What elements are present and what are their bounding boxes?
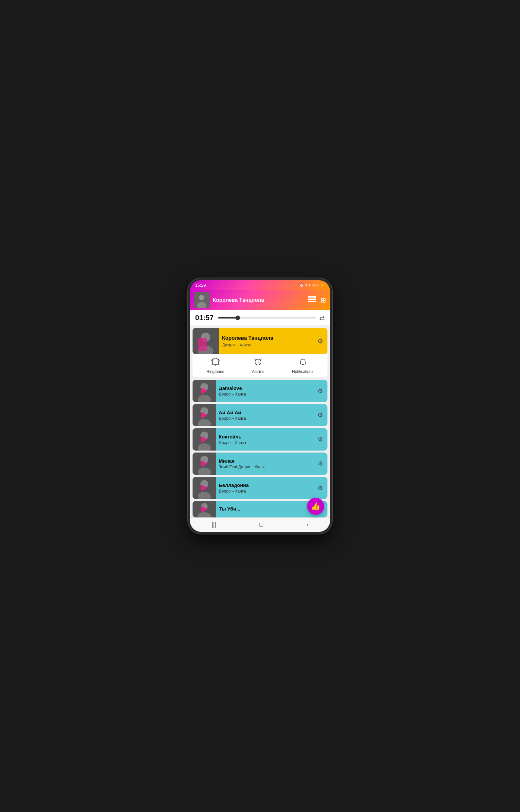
wifi-icon: ▾ <box>305 283 307 287</box>
song-settings-button[interactable]: ⚙ <box>313 380 328 402</box>
player-progress-thumb <box>235 316 240 320</box>
notifications-button[interactable]: Notifications <box>292 358 313 374</box>
list-item[interactable]: Милая Зомб Feat Джаро – Ханза ⚙ <box>192 452 328 475</box>
song-title: Даmalove <box>219 385 310 391</box>
nav-home-button[interactable]: □ <box>253 519 270 531</box>
song-album-art <box>192 404 216 426</box>
nav-back-button[interactable]: ‹ <box>300 519 315 531</box>
alarms-icon <box>254 358 262 368</box>
song-settings-button[interactable]: ⚙ <box>313 428 328 450</box>
song-album-art <box>192 380 216 402</box>
song-title: Коктейль <box>219 434 310 439</box>
song-artist: Зомб Feat Джаро – Ханза <box>219 465 310 469</box>
now-playing-settings-button[interactable]: ⚙ <box>313 328 328 354</box>
song-album-art <box>192 428 216 450</box>
song-info: Милая Зомб Feat Джаро – Ханза <box>216 452 313 475</box>
play-icon <box>201 485 207 491</box>
song-list: Даmalove Джаро – Ханза ⚙ <box>190 377 330 517</box>
play-icon <box>201 412 207 418</box>
song-album-art <box>192 501 216 517</box>
queue-icon[interactable] <box>308 296 316 304</box>
now-playing-artist: Джаро – Ханза <box>222 342 310 347</box>
notifications-label: Notifications <box>292 369 313 374</box>
notifications-icon <box>298 358 307 368</box>
song-info: Даmalove Джаро – Ханза <box>216 380 313 402</box>
battery-label: 62% <box>312 283 319 287</box>
svg-rect-10 <box>198 338 207 351</box>
grid-icon[interactable]: ⊞ <box>320 296 326 304</box>
svg-rect-4 <box>308 298 316 300</box>
header-album-art <box>194 292 210 308</box>
ringtones-icon <box>211 358 220 368</box>
alarms-button[interactable]: Alarms <box>252 358 264 374</box>
song-settings-button[interactable]: ⚙ <box>313 404 328 426</box>
song-artist: Джаро – Ханза <box>219 489 310 493</box>
player-progress-fill <box>218 317 238 319</box>
play-icon <box>201 436 207 443</box>
status-icons: ⏰ ▾ ▾ 62% ⚡ <box>299 283 325 287</box>
svg-rect-5 <box>308 301 316 302</box>
song-info: Ты Уби... <box>216 501 313 517</box>
player-time: 01:57 <box>195 314 215 322</box>
song-album-art <box>192 452 216 475</box>
play-icon <box>201 388 207 394</box>
play-icon <box>201 460 207 467</box>
like-fab-button[interactable]: 👍 <box>307 498 324 515</box>
status-bar: 15:29 ⏰ ▾ ▾ 62% ⚡ <box>190 280 330 290</box>
song-title: Белладонна <box>219 482 310 488</box>
device-frame: 15:29 ⏰ ▾ ▾ 62% ⚡ Королева Танцпола <box>188 278 332 534</box>
player-repeat-button[interactable]: ⇄ <box>319 314 325 322</box>
battery-icon: ⚡ <box>320 283 325 287</box>
song-artist: Джаро – Ханза <box>219 392 310 396</box>
bottom-navigation: ||| □ ‹ <box>190 517 330 532</box>
actions-row: Ringtones Alarms <box>192 354 328 377</box>
song-settings-button[interactable]: ⚙ <box>313 477 328 499</box>
song-settings-button[interactable]: ⚙ <box>313 452 328 475</box>
now-playing-card: Королева Танцпола Джаро – Ханза ⚙ <box>192 328 328 354</box>
ringtones-label: Ringtones <box>207 369 224 374</box>
song-info: Коктейль Джаро – Ханза <box>216 428 313 450</box>
now-playing-album-art <box>192 328 219 354</box>
song-info: Ай Ай Ай Джаро – Ханза <box>216 404 313 426</box>
list-item[interactable]: Белладонна Джаро – Ханза ⚙ <box>192 477 328 499</box>
list-item[interactable]: Коктейль Джаро – Ханза ⚙ <box>192 428 328 450</box>
list-item[interactable]: Ай Ай Ай Джаро – Ханза ⚙ <box>192 404 328 426</box>
song-artist: Джаро – Ханза <box>219 440 310 445</box>
content-area: Королева Танцпола Джаро – Ханза ⚙ Ringto… <box>190 325 330 517</box>
nav-menu-button[interactable]: ||| <box>205 519 223 531</box>
alarms-label: Alarms <box>252 369 264 374</box>
song-artist: Джаро – Ханза <box>219 416 310 421</box>
list-item[interactable]: Даmalove Джаро – Ханза ⚙ <box>192 380 328 402</box>
song-title: Ты Уби... <box>219 506 310 512</box>
app-header: Королева Танцпола ⊞ <box>190 290 330 310</box>
song-title: Милая <box>219 458 310 464</box>
song-title: Ай Ай Ай <box>219 410 310 415</box>
now-playing-info: Королева Танцпола Джаро – Ханза <box>219 328 313 354</box>
header-actions: ⊞ <box>308 296 326 304</box>
svg-point-1 <box>199 295 204 300</box>
player-section: 01:57 ⇄ <box>190 310 330 325</box>
thumbs-up-icon: 👍 <box>311 502 320 511</box>
song-info: Белладонна Джаро – Ханза <box>216 477 313 499</box>
song-album-art <box>192 477 216 499</box>
signal-icon: ▾ <box>309 283 310 287</box>
player-progress-bar[interactable] <box>218 317 316 319</box>
status-time: 15:29 <box>195 283 206 288</box>
play-icon <box>201 506 207 513</box>
now-playing-title: Королева Танцпола <box>222 335 310 341</box>
header-title: Королева Танцпола <box>213 297 305 303</box>
ringtones-button[interactable]: Ringtones <box>207 358 224 374</box>
alarm-icon: ⏰ <box>299 283 304 287</box>
